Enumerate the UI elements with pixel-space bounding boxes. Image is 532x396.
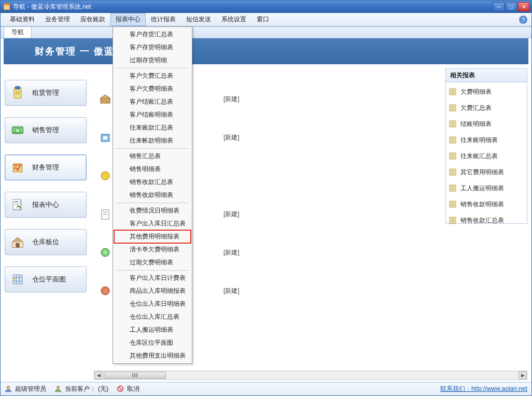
action-new-1[interactable]: [新建] — [223, 133, 240, 142]
related-report-6[interactable]: 工人搬运明细表 — [449, 184, 524, 193]
dropdown-item[interactable]: 客户结账明细表 — [114, 108, 191, 121]
report-icon — [449, 217, 457, 225]
contact-url: http://www.aolan.net — [471, 385, 527, 392]
cancel-icon — [117, 385, 125, 393]
status-customer-value: (无) — [98, 385, 108, 393]
dropdown-item[interactable]: 其他费用支出明细表 — [114, 349, 191, 362]
dropdown-item[interactable]: 客户结账汇总表 — [114, 95, 191, 108]
dropdown-item[interactable]: 仓位出入库日明细表 — [114, 298, 191, 310]
report-icon — [449, 152, 457, 161]
related-report-label-1: 欠费汇总表 — [460, 104, 492, 112]
customer-icon — [54, 385, 63, 393]
svg-rect-16 — [16, 243, 20, 248]
dropdown-item[interactable]: 销售汇总表 — [114, 150, 191, 163]
dropdown-item[interactable]: 销售明细表 — [114, 163, 191, 176]
status-customer-label: 当前客户： — [65, 385, 96, 393]
sidebar-icon-5 — [9, 271, 26, 288]
sidebar-item-1[interactable]: 销售管理 — [5, 117, 87, 143]
dropdown-item[interactable]: 往来账款汇总表 — [114, 121, 191, 134]
dropdown-item[interactable]: 清卡单欠费明细表 — [114, 243, 191, 256]
scroll-right-arrow[interactable]: ▶ — [519, 371, 527, 379]
dropdown-item[interactable]: 仓位出入库汇总表 — [114, 310, 191, 323]
action-new-3[interactable]: [新建] — [223, 210, 240, 219]
contact-link[interactable]: 联系我们：http://www.aolan.net — [440, 385, 527, 393]
action-new-0[interactable]: [新建] — [223, 95, 240, 104]
menu-0[interactable]: 基础资料 — [5, 13, 40, 26]
dropdown-item[interactable]: 其他费用明细报表 — [114, 230, 191, 243]
dropdown-item[interactable]: 销售收款明细表 — [114, 189, 191, 202]
app-icon — [3, 3, 11, 11]
scroll-left-arrow[interactable]: ◀ — [94, 371, 103, 379]
dropdown-item[interactable]: 收费情况日明细表 — [114, 204, 191, 217]
dropdown-item[interactable]: 商品出入库明细报表 — [114, 285, 191, 298]
sidebar-item-0[interactable]: 租赁管理 — [5, 80, 87, 106]
related-report-4[interactable]: 往来账汇总表 — [449, 152, 524, 161]
dropdown-item[interactable]: 客户欠费明细表 — [114, 82, 191, 95]
related-report-label-2: 结账明细表 — [460, 120, 492, 129]
body-area: 导航 财务管理 一 傲蓝冷 v5.2 租赁管理销售管理财务管理报表中心仓库板位仓… — [1, 26, 531, 382]
sidebar-icon-1 — [9, 122, 26, 138]
maximize-button[interactable]: □ — [506, 2, 517, 11]
related-report-0[interactable]: 欠费明细表 — [449, 88, 524, 96]
statusbar: 超级管理员 当前客户： (无) 取消 联系我们：http://www.aolan… — [1, 382, 531, 395]
sidebar: 租赁管理销售管理财务管理报表中心仓库板位仓位平面图 — [1, 38, 91, 382]
menu-6[interactable]: 系统设置 — [216, 13, 251, 26]
user-icon — [5, 385, 13, 393]
svg-rect-10 — [13, 164, 22, 166]
dropdown-item[interactable]: 客户出入库日汇总表 — [114, 217, 191, 230]
sidebar-label-0: 租赁管理 — [32, 88, 59, 97]
scroll-thumb[interactable] — [104, 372, 166, 379]
related-report-label-3: 往来账明细表 — [460, 136, 498, 145]
content: 租赁管理销售管理财务管理报表中心仓库板位仓位平面图 [新建]冷库。[新建][新建… — [1, 38, 531, 382]
related-report-3[interactable]: 往来账明细表 — [449, 136, 524, 145]
sidebar-label-4: 仓库板位 — [32, 237, 59, 247]
related-report-1[interactable]: 欠费汇总表 — [449, 104, 524, 112]
contact-label: 联系我们： — [440, 385, 471, 392]
related-reports-panel: 相关报表 欠费明细表欠费汇总表结账明细表往来账明细表往来账汇总表其它费用明细表工… — [445, 68, 527, 224]
minimize-button[interactable]: ─ — [493, 2, 505, 11]
help-icon[interactable]: ? — [519, 16, 527, 24]
horizontal-scrollbar[interactable]: ◀ ▶ — [94, 371, 527, 380]
report-icon — [449, 201, 457, 209]
related-report-8[interactable]: 销售收款汇总表 — [449, 216, 524, 225]
menu-2[interactable]: 应收账款 — [75, 13, 110, 26]
svg-rect-13 — [15, 201, 18, 202]
dropdown-item[interactable]: 客户欠费汇总表 — [114, 69, 191, 82]
dropdown-item[interactable]: 工人搬运明细表 — [114, 323, 191, 336]
related-report-2[interactable]: 结账明细表 — [449, 120, 524, 129]
status-cancel[interactable]: 取消 — [117, 385, 139, 393]
related-report-7[interactable]: 销售收款明细表 — [449, 200, 524, 209]
related-reports-header: 相关报表 — [446, 69, 527, 82]
action-new-4[interactable]: [新建] — [223, 248, 240, 257]
dropdown-item[interactable]: 过期欠费明细表 — [114, 256, 191, 269]
menu-7[interactable]: 窗口 — [251, 13, 274, 26]
svg-rect-14 — [15, 203, 19, 204]
sidebar-item-3[interactable]: 报表中心 — [5, 192, 87, 218]
dropdown-item[interactable]: 过期存货明细 — [114, 54, 191, 67]
related-report-5[interactable]: 其它费用明细表 — [449, 168, 524, 177]
dropdown-item[interactable]: 客户存货汇总表 — [114, 28, 191, 41]
dropdown-item[interactable]: 客户存货明细表 — [114, 41, 191, 54]
svg-point-26 — [101, 172, 109, 180]
menu-3[interactable]: 报表中心 — [110, 13, 146, 26]
svg-rect-23 — [101, 98, 110, 103]
status-cancel-text: 取消 — [127, 385, 139, 393]
menu-1[interactable]: 业务管理 — [40, 13, 75, 26]
sidebar-item-4[interactable]: 仓库板位 — [5, 229, 87, 255]
sidebar-item-5[interactable]: 仓位平面图 — [5, 266, 87, 292]
tab-nav[interactable]: 导航 — [4, 26, 32, 38]
report-icon — [449, 88, 457, 96]
sidebar-label-5: 仓位平面图 — [32, 275, 66, 284]
dropdown-item[interactable]: 销售收款汇总表 — [114, 176, 191, 189]
close-button[interactable]: ✕ — [518, 2, 529, 11]
action-icon-2 — [96, 169, 115, 182]
dropdown-item[interactable]: 客户出入库日计费表 — [114, 272, 191, 285]
sidebar-item-2[interactable]: 财务管理 — [5, 154, 87, 180]
action-new-5[interactable]: [新建] — [223, 287, 240, 295]
dropdown-item[interactable]: 往来帐款明细表 — [114, 134, 191, 147]
menu-5[interactable]: 短信发送 — [181, 13, 216, 26]
action-icon-3 — [96, 208, 115, 220]
scroll-track[interactable] — [103, 372, 519, 379]
dropdown-item[interactable]: 仓库区位平面图 — [114, 336, 191, 349]
menu-4[interactable]: 统计报表 — [146, 13, 181, 26]
